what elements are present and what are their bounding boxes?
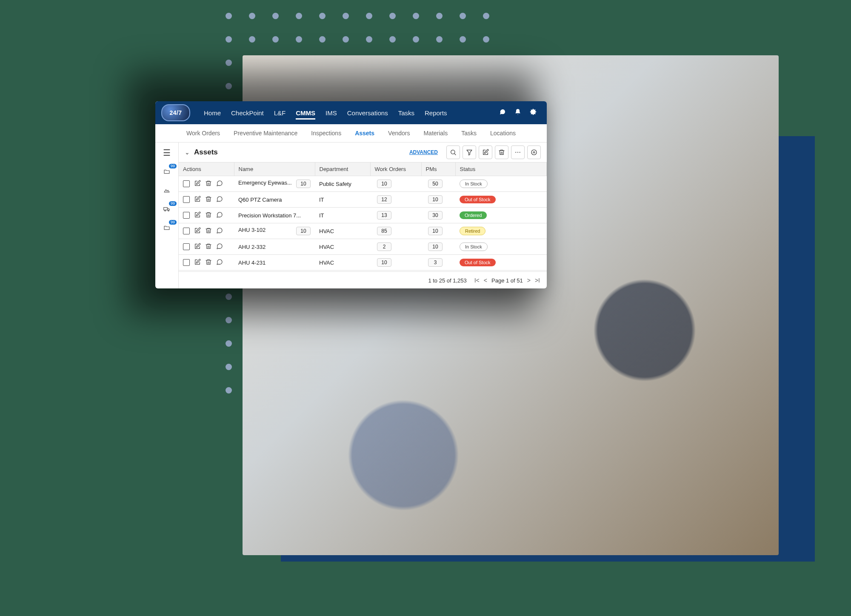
gear-icon[interactable] — [527, 108, 539, 117]
cell-pms: 50 — [421, 176, 455, 192]
column-header-pms[interactable]: PMs — [421, 163, 455, 176]
subnav-tab-inspections[interactable]: Inspections — [311, 130, 341, 137]
next-page-button[interactable]: > — [527, 277, 531, 284]
cell-department: HVAC — [315, 255, 370, 271]
column-header-department[interactable]: Department — [315, 163, 370, 176]
assets-table: ActionsNameDepartmentWork OrdersPMsStatu… — [179, 163, 547, 271]
top-navbar: 24/7 HomeCheckPointL&FCMMSIMSConversatio… — [155, 101, 547, 124]
cell-work-orders: 12 — [370, 192, 421, 208]
search-button[interactable] — [446, 145, 460, 159]
cell-status: In Stock — [455, 176, 547, 192]
sidebar-truck-icon[interactable]: 99 — [160, 204, 173, 214]
edit-button[interactable] — [479, 145, 492, 159]
subnav-tab-vendors[interactable]: Vendors — [388, 130, 410, 137]
row-checkbox[interactable] — [183, 196, 190, 203]
prev-page-button[interactable]: < — [484, 277, 487, 284]
subnav-tab-preventive-maintenance[interactable]: Preventive Maintenance — [234, 130, 297, 137]
trash-icon[interactable] — [205, 180, 212, 188]
subnav-tab-locations[interactable]: Locations — [490, 130, 516, 137]
subnav-tab-tasks[interactable]: Tasks — [461, 130, 477, 137]
hamburger-icon[interactable]: ☰ — [163, 148, 171, 158]
edit-icon[interactable] — [194, 211, 201, 220]
sidebar-folder-2[interactable]: 99 — [160, 222, 173, 233]
cell-name: AHU 2-332 — [234, 239, 315, 255]
comment-icon[interactable] — [216, 227, 223, 235]
cell-status: Retired — [455, 223, 547, 239]
row-checkbox[interactable] — [183, 228, 190, 234]
row-checkbox[interactable] — [183, 212, 190, 219]
edit-icon[interactable] — [194, 180, 201, 188]
subnav-tab-materials[interactable]: Materials — [423, 130, 448, 137]
column-header-status[interactable]: Status — [455, 163, 547, 176]
topnav-item-reports[interactable]: Reports — [425, 109, 447, 117]
trash-icon[interactable] — [205, 211, 212, 220]
comment-icon[interactable] — [216, 196, 223, 204]
cell-pms: 10 — [421, 192, 455, 208]
cell-department: HVAC — [315, 239, 370, 255]
badge: 99 — [169, 220, 177, 225]
cell-status: Out of Stock — [455, 192, 547, 208]
chevron-down-icon[interactable]: ⌄ — [185, 149, 190, 156]
table-row: Precision Workstation 7...IT1330Ordered — [179, 208, 547, 223]
sidebar-folder-1[interactable]: 99 — [160, 166, 173, 177]
trash-icon[interactable] — [205, 259, 212, 267]
topnav-item-home[interactable]: Home — [204, 109, 221, 117]
topnav-item-conversations[interactable]: Conversations — [347, 109, 388, 117]
main-content: ⌄ Assets ADVANCED ⋯ ActionsNameDepartmen… — [179, 143, 547, 288]
subnav-tab-assets[interactable]: Assets — [355, 130, 374, 137]
first-page-button[interactable]: I< — [474, 277, 480, 284]
trash-icon[interactable] — [205, 227, 212, 235]
column-header-actions[interactable]: Actions — [179, 163, 234, 176]
comment-icon[interactable] — [216, 180, 223, 188]
brand-logo[interactable]: 24/7 — [161, 104, 190, 121]
cell-name: Q60 PTZ Camera — [234, 192, 315, 208]
chat-icon[interactable] — [497, 108, 508, 117]
trash-icon[interactable] — [205, 196, 212, 204]
bell-icon[interactable] — [512, 108, 524, 117]
cell-department: IT — [315, 192, 370, 208]
svg-point-4 — [451, 150, 455, 154]
cell-work-orders: 10 — [370, 176, 421, 192]
subnav-tab-work-orders[interactable]: Work Orders — [186, 130, 220, 137]
filter-button[interactable] — [463, 145, 476, 159]
table-row: Emergency Eyewas...10Public Safety1050In… — [179, 176, 547, 192]
edit-icon[interactable] — [194, 227, 201, 235]
sidebar-image-icon[interactable] — [160, 185, 173, 195]
more-button[interactable]: ⋯ — [511, 145, 525, 159]
row-checkbox[interactable] — [183, 180, 190, 187]
edit-icon[interactable] — [194, 259, 201, 267]
comment-icon[interactable] — [216, 243, 223, 251]
table-row: AHU 2-332HVAC210In Stock — [179, 239, 547, 255]
edit-icon[interactable] — [194, 196, 201, 204]
comment-icon[interactable] — [216, 211, 223, 220]
edit-icon[interactable] — [194, 243, 201, 251]
cell-name: Precision Workstation 7... — [234, 208, 315, 223]
topnav-item-tasks[interactable]: Tasks — [398, 109, 414, 117]
svg-line-5 — [454, 154, 456, 155]
topnav-item-l-f[interactable]: L&F — [274, 109, 286, 117]
column-header-name[interactable]: Name — [234, 163, 315, 176]
topnav-item-ims[interactable]: IMS — [326, 109, 337, 117]
delete-button[interactable] — [495, 145, 508, 159]
row-checkbox[interactable] — [183, 243, 190, 250]
svg-marker-6 — [467, 150, 472, 155]
cell-name: AHU 4-231 — [234, 255, 315, 271]
cell-name: AHU 3-10210 — [234, 223, 315, 239]
trash-icon[interactable] — [205, 243, 212, 251]
page-header: ⌄ Assets ADVANCED ⋯ — [179, 143, 547, 163]
comment-icon[interactable] — [216, 259, 223, 267]
add-button[interactable] — [527, 145, 541, 159]
cell-pms: 10 — [421, 223, 455, 239]
last-page-button[interactable]: >I — [535, 277, 540, 284]
topnav-item-cmms[interactable]: CMMS — [296, 109, 315, 120]
cell-pms: 10 — [421, 239, 455, 255]
cell-department: IT — [315, 208, 370, 223]
advanced-link[interactable]: ADVANCED — [409, 149, 438, 155]
cell-pms: 30 — [421, 208, 455, 223]
topnav-item-checkpoint[interactable]: CheckPoint — [231, 109, 264, 117]
row-checkbox[interactable] — [183, 259, 190, 266]
page-text: Page 1 of 51 — [491, 277, 523, 284]
svg-point-2 — [165, 210, 166, 211]
column-header-work-orders[interactable]: Work Orders — [370, 163, 421, 176]
badge: 99 — [169, 164, 177, 168]
